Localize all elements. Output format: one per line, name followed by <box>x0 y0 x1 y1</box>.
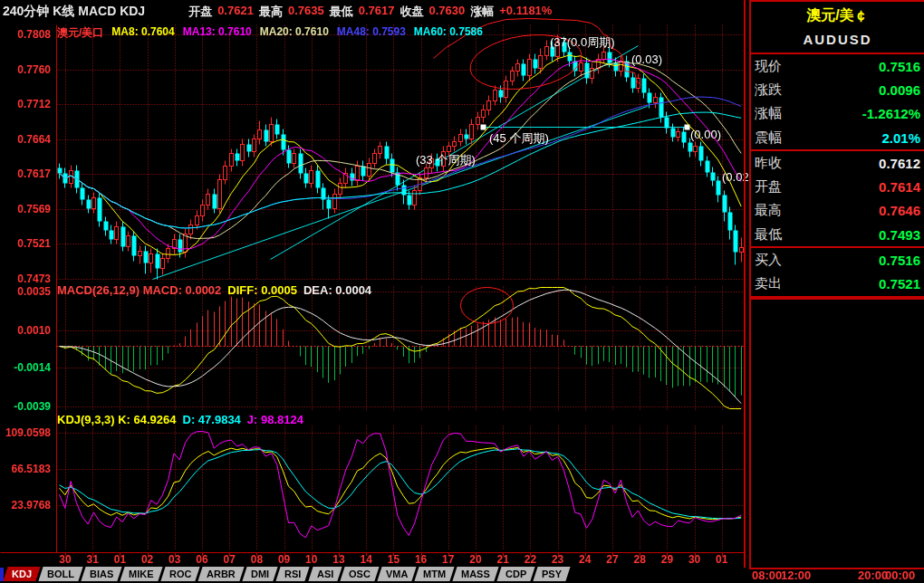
tab-mass[interactable]: MASS <box>453 567 499 581</box>
tab-label: MTM <box>423 567 446 581</box>
price-axis-label: 0.7521 <box>0 237 51 250</box>
date-label: 30 <box>54 553 76 566</box>
ohlc-field: 0.7635 <box>288 4 324 20</box>
ma-legend-item: MA48: 0.7593 <box>337 25 406 41</box>
macd-value: MACD(26,12,9) MACD: 0.0002 <box>57 283 221 297</box>
quote-label: 震幅 <box>755 129 782 147</box>
quote-label: 卖出 <box>755 275 782 292</box>
tab-label: BOLL <box>47 567 74 581</box>
chart-annotation: (45 个周期) <box>489 130 549 147</box>
kline-chart-canvas[interactable] <box>0 0 745 556</box>
tab-psy[interactable]: PSY <box>534 567 571 581</box>
kdj-header: KDJ(9,3,3) K: 64.9264D: 47.9834J: 98.812… <box>57 413 310 426</box>
time-label: 00:00 <box>885 569 915 582</box>
quote-value: 2.01% <box>881 130 920 146</box>
ma-legend: 澳元/美口MA8: 0.7604MA13: 0.7610MA20: 0.7610… <box>57 25 491 41</box>
quote-label: 最低 <box>755 226 782 244</box>
date-label: 09 <box>274 553 295 566</box>
tab-label: OSC <box>349 567 371 581</box>
time-label: 20:00 <box>858 569 888 582</box>
ma-legend-item: MA8: 0.7604 <box>111 25 174 41</box>
tab-label: KDJ <box>12 567 32 581</box>
ohlc-field: +0.1181% <box>499 4 552 20</box>
quote-label: 开盘 <box>755 178 782 196</box>
date-label: 03 <box>164 553 186 566</box>
tab-mike[interactable]: MIKE <box>120 567 163 581</box>
tab-osc[interactable]: OSC <box>340 567 379 581</box>
macd-axis-label: -0.0039 <box>0 400 51 413</box>
date-label: 15 <box>382 553 404 566</box>
date-label: 06 <box>191 553 213 566</box>
quote-title: 澳元/美￠ <box>751 6 924 25</box>
date-label: 07 <box>218 553 240 566</box>
price-axis-label: 0.7617 <box>0 167 51 180</box>
date-label: 23 <box>547 553 569 566</box>
tab-label: BIAS <box>90 567 113 581</box>
ohlc-readout: 开盘0.7621最高0.7635最低0.7617收盘0.7630涨幅+0.118… <box>188 4 557 20</box>
ma-legend-item: 澳元/美口 <box>57 25 103 41</box>
quote-row-最低: 最低0.7493 <box>751 223 924 246</box>
time-label: 12:00 <box>781 569 811 582</box>
quote-panel: 澳元/美￠ AUDUSD 现价0.7516涨跌0.0096涨幅-1.2612%震… <box>749 0 924 569</box>
date-label: 24 <box>574 553 596 566</box>
quote-row-涨跌: 涨跌0.0096 <box>751 78 924 101</box>
macd-header: MACD(26,12,9) MACD: 0.0002DIFF: 0.0005DE… <box>57 283 378 297</box>
tab-label: MASS <box>461 567 490 581</box>
quote-row-最高: 最高0.7646 <box>751 199 924 223</box>
quote-rows: 现价0.7516涨跌0.0096涨幅-1.2612%震幅2.01%昨收0.761… <box>751 54 924 296</box>
tab-kdj[interactable]: KDJ <box>3 567 40 581</box>
kdj-value: KDJ(9,3,3) K: 64.9264 <box>57 413 177 426</box>
date-label: 20 <box>465 553 486 566</box>
tab-roc[interactable]: ROC <box>160 567 200 581</box>
tab-vma[interactable]: VMA <box>377 567 417 581</box>
quote-value: 0.0096 <box>879 82 920 98</box>
tab-label: ARBR <box>207 567 236 581</box>
date-label: 30 <box>684 553 706 566</box>
tab-label: PSY <box>542 567 562 581</box>
date-label: 17 <box>438 553 459 566</box>
chart-annotation: (37(0.0周期) <box>550 34 615 51</box>
tab-mtm[interactable]: MTM <box>415 567 455 581</box>
ohlc-field: 0.7621 <box>217 4 254 20</box>
tab-rsi[interactable]: RSI <box>276 567 311 581</box>
ma-legend-item: MA60: 0.7586 <box>414 25 483 41</box>
ohlc-field: 最高 <box>259 4 283 20</box>
date-label: 28 <box>629 553 650 566</box>
tab-bias[interactable]: BIAS <box>81 567 121 581</box>
tab-asi[interactable]: ASI <box>308 567 342 581</box>
indicator-tab-bar: KDJBOLLBIASMIKEROCARBRDMIRSIASIOSCVMAMTM… <box>5 567 571 583</box>
quote-row-涨幅: 涨幅-1.2612% <box>751 102 924 126</box>
quote-label: 最高 <box>755 202 782 219</box>
kdj-axis-label: 109.0598 <box>0 426 51 439</box>
date-label: 14 <box>355 553 377 566</box>
date-label: 08 <box>245 553 267 566</box>
tab-arbr[interactable]: ARBR <box>198 567 245 581</box>
price-axis-label: 0.7808 <box>0 28 51 41</box>
quote-row-昨收: 昨收0.7612 <box>751 151 924 175</box>
date-label: 02 <box>137 553 159 566</box>
ohlc-field: 0.7630 <box>428 4 465 20</box>
ohlc-field: 涨幅 <box>470 4 494 20</box>
chart-title: 240分钟 K线 MACD KDJ <box>3 4 145 20</box>
tab-boll[interactable]: BOLL <box>38 567 82 581</box>
quote-row-买入: 买入0.7516 <box>751 248 924 272</box>
quote-label: 涨幅 <box>755 105 782 122</box>
tab-label: DMI <box>251 567 269 581</box>
quote-value: -1.2612% <box>862 106 920 121</box>
date-label: 16 <box>410 553 432 566</box>
macd-axis-label: 0.0035 <box>0 285 51 298</box>
quote-row-震幅: 震幅2.01% <box>751 126 924 149</box>
quote-value: 0.7516 <box>879 59 920 74</box>
date-label: 01 <box>711 553 733 566</box>
date-label: 10 <box>301 553 322 566</box>
chart-annotation: (0.03) <box>631 53 662 66</box>
quote-value: 0.7646 <box>879 203 920 218</box>
tab-cdp[interactable]: CDP <box>496 567 534 581</box>
quote-value: 0.7612 <box>879 156 920 171</box>
kdj-axis-label: 23.9768 <box>0 499 51 511</box>
kdj-value: J: 98.8124 <box>247 413 303 426</box>
tab-dmi[interactable]: DMI <box>242 567 277 581</box>
quote-symbol: AUDUSD <box>751 32 924 47</box>
date-label: 21 <box>492 553 514 566</box>
quote-label: 涨跌 <box>755 81 782 99</box>
